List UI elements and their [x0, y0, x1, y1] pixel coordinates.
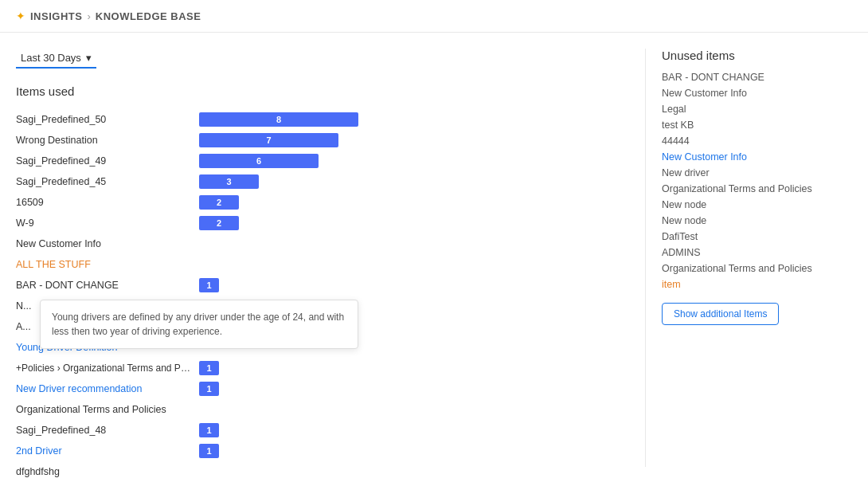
tooltip-text: Young drivers are defined by any driver …: [52, 312, 344, 337]
nav-separator: ›: [87, 10, 90, 22]
bar: 6: [199, 154, 319, 168]
bar-container: 8: [199, 112, 629, 127]
item-label: ALL THE STUFF: [16, 259, 191, 270]
bar-container: 1: [199, 382, 629, 396]
item-label: 16509: [16, 197, 191, 208]
bar: 7: [199, 133, 338, 147]
bar-container: 7: [199, 133, 629, 147]
unused-item: test KB: [662, 120, 852, 131]
unused-item: Organizational Terms and Policies: [662, 263, 852, 274]
list-item: New Customer Info: [16, 235, 629, 253]
item-label: 2nd Driver: [16, 445, 191, 457]
item-label: New Customer Info: [16, 238, 191, 249]
list-item: dfghdfshg: [16, 463, 629, 480]
list-item: +Policies › Organizational Terms and Pol…: [16, 359, 629, 377]
bar: 1: [199, 382, 219, 396]
bar-container: 3: [199, 174, 629, 189]
unused-item: DafiTest: [662, 231, 852, 242]
bar-container: 2: [199, 216, 629, 230]
top-nav: ✦ INSIGHTS › KNOWLEDGE BASE: [0, 0, 868, 33]
right-panel: Unused items BAR - DONT CHANGE New Custo…: [645, 49, 852, 467]
item-label: New Driver recommendation: [16, 383, 191, 394]
list-item: Sagi_Predefined_45 3: [16, 173, 629, 190]
unused-item: 44444: [662, 135, 852, 147]
unused-item: New Customer Info: [662, 151, 852, 163]
unused-item: BAR - DONT CHANGE: [662, 72, 852, 83]
bar: 1: [199, 361, 219, 375]
list-item: Sagi_Predefined_50 8: [16, 111, 629, 128]
date-filter[interactable]: Last 30 Days ▾: [16, 49, 96, 69]
bar: 3: [199, 174, 259, 189]
bar: 1: [199, 423, 219, 437]
list-item: Sagi_Predefined_49 6: [16, 152, 629, 170]
unused-item: Legal: [662, 104, 852, 115]
app-name: INSIGHTS: [30, 10, 82, 22]
left-panel: Last 30 Days ▾ Items used Sagi_Predefine…: [16, 49, 629, 467]
item-label: dfghdfshg: [16, 466, 191, 477]
bar: 1: [199, 444, 219, 458]
unused-item: New node: [662, 199, 852, 210]
list-item: Sagi_Predefined_48 1: [16, 421, 629, 439]
filter-label: Last 30 Days: [21, 52, 81, 64]
bar: 2: [199, 195, 239, 210]
bar-container: 2: [199, 195, 629, 210]
unused-item: item: [662, 279, 852, 290]
main-content: Last 30 Days ▾ Items used Sagi_Predefine…: [0, 33, 868, 483]
unused-item: Organizational Terms and Policies: [662, 183, 852, 194]
bar: 8: [199, 112, 358, 127]
show-additional-items-button[interactable]: Show additional Items: [662, 303, 779, 325]
item-label: Sagi_Predefined_50: [16, 114, 191, 125]
list-item: W-9 2: [16, 214, 629, 232]
bar-container: 1: [199, 423, 629, 437]
tooltip: Young drivers are defined by any driver …: [40, 300, 358, 349]
unused-list: BAR - DONT CHANGE New Customer Info Lega…: [662, 72, 852, 290]
item-label: Sagi_Predefined_45: [16, 176, 191, 187]
list-item: Wrong Destination 7: [16, 131, 629, 149]
bar: 1: [199, 278, 219, 292]
item-label: BAR - DONT CHANGE: [16, 280, 191, 291]
list-item: 2nd Driver 1: [16, 442, 629, 460]
unused-item: New Customer Info: [662, 88, 852, 99]
item-label: +Policies › Organizational Terms and Pol…: [16, 363, 191, 374]
unused-item: New driver: [662, 167, 852, 178]
nav-section: KNOWLEDGE BASE: [96, 10, 201, 22]
list-item: Organizational Terms and Policies: [16, 401, 629, 418]
bar-container: 1: [199, 278, 629, 292]
bar-container: 1: [199, 444, 629, 458]
bar-container: 6: [199, 154, 629, 168]
unused-item: ADMINS: [662, 247, 852, 258]
unused-items-title: Unused items: [662, 49, 852, 62]
insights-icon: ✦: [16, 10, 25, 22]
items-used-title: Items used: [16, 84, 629, 98]
bar-container: 1: [199, 361, 629, 375]
list-item: ALL THE STUFF: [16, 256, 629, 273]
list-item: BAR - DONT CHANGE 1: [16, 276, 629, 294]
item-label: Wrong Destination: [16, 135, 191, 146]
filter-row: Last 30 Days ▾: [16, 49, 629, 69]
item-label: Sagi_Predefined_48: [16, 425, 191, 436]
bar: 2: [199, 216, 239, 230]
items-list: Sagi_Predefined_50 8 Wrong Destination 7…: [16, 111, 629, 483]
item-label: W-9: [16, 218, 191, 229]
list-item: New Driver recommendation 1: [16, 380, 629, 398]
list-item: 16509 2: [16, 194, 629, 211]
unused-item: New node: [662, 215, 852, 226]
item-label: Organizational Terms and Policies: [16, 404, 191, 415]
item-label: Sagi_Predefined_49: [16, 155, 191, 167]
chevron-down-icon: ▾: [86, 52, 92, 64]
